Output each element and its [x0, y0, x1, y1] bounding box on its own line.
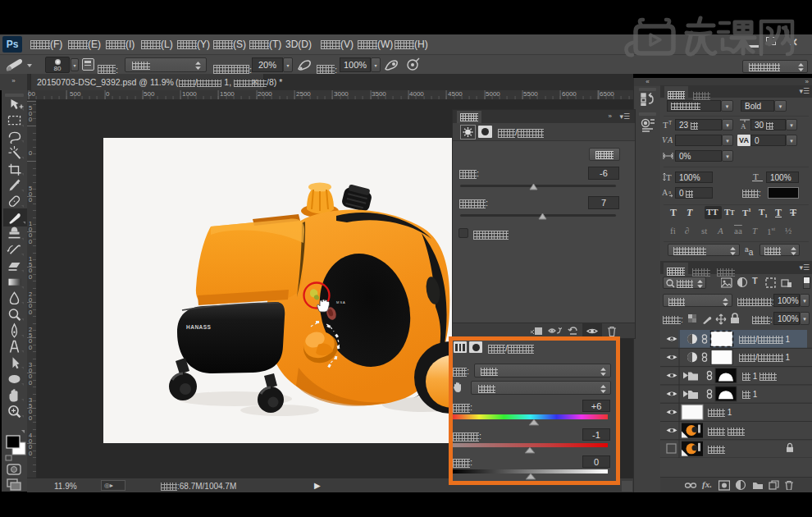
svg-text:A: A: [741, 122, 746, 130]
svg-text:HANASS: HANASS: [186, 324, 212, 330]
svg-text:a: a: [668, 189, 672, 195]
svg-text:T: T: [668, 120, 673, 126]
svg-text:M S A: M S A: [336, 300, 345, 304]
svg-text:A: A: [667, 135, 673, 144]
svg-text:T: T: [663, 120, 668, 130]
svg-text:T: T: [666, 172, 672, 182]
svg-text:T: T: [753, 172, 759, 181]
svg-text:A: A: [662, 188, 668, 197]
